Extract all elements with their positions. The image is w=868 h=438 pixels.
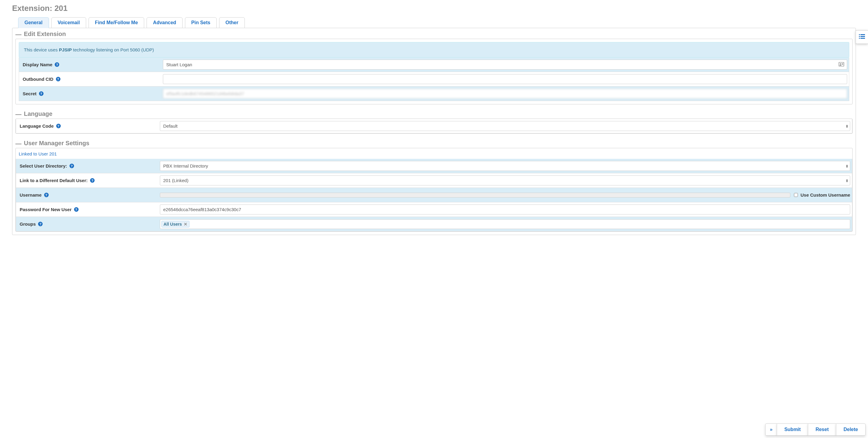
help-icon[interactable]: ? xyxy=(74,207,79,212)
page-title: Extension: 201 xyxy=(12,4,856,13)
chevron-updown-icon: ▴▾ xyxy=(846,164,848,168)
svg-rect-8 xyxy=(861,36,865,37)
tab-voicemail[interactable]: Voicemail xyxy=(51,17,87,28)
svg-rect-6 xyxy=(861,34,865,35)
contact-card-icon[interactable] xyxy=(839,62,844,67)
help-icon[interactable]: ? xyxy=(38,222,42,226)
outbound-cid-input[interactable] xyxy=(163,74,847,84)
tab-content-general: — Edit Extension This device uses PJSIP … xyxy=(12,28,856,235)
side-list-toggle[interactable] xyxy=(856,30,868,44)
language-code-label: Language Code xyxy=(20,123,54,128)
tab-bar: General Voicemail Find Me/Follow Me Adva… xyxy=(18,17,856,28)
list-icon xyxy=(859,34,865,39)
language-panel: Language Code ? Default ▴▾ xyxy=(16,119,852,134)
groups-label: Groups xyxy=(20,222,36,227)
chevron-updown-icon: ▴▾ xyxy=(846,124,848,128)
section-title: User Manager Settings xyxy=(24,140,89,147)
link-user-select[interactable]: 201 (Linked) ▴▾ xyxy=(160,175,850,185)
username-label: Username xyxy=(20,193,42,198)
tab-other[interactable]: Other xyxy=(219,17,245,28)
tab-pinsets[interactable]: Pin Sets xyxy=(185,17,217,28)
secret-input[interactable]: ef9a4fc1dedb6745486521d4beb8da37 xyxy=(163,89,847,98)
svg-rect-4 xyxy=(840,65,841,66)
svg-rect-9 xyxy=(859,38,860,39)
tab-advanced[interactable]: Advanced xyxy=(147,17,182,28)
password-input[interactable] xyxy=(160,204,850,214)
username-input xyxy=(160,193,790,198)
tab-general[interactable]: General xyxy=(18,17,49,28)
svg-rect-5 xyxy=(859,34,860,35)
group-tag: All Users ✕ xyxy=(161,221,189,228)
section-user-manager[interactable]: — User Manager Settings xyxy=(16,140,852,147)
edit-extension-panel: This device uses PJSIP technology listen… xyxy=(16,39,852,104)
display-name-label: Display Name xyxy=(23,62,52,67)
collapse-icon: — xyxy=(16,31,22,37)
use-custom-username-checkbox[interactable] xyxy=(794,193,798,197)
help-icon[interactable]: ? xyxy=(44,193,49,197)
language-code-select[interactable]: Default ▴▾ xyxy=(160,121,850,131)
link-user-label: Link to a Different Default User: xyxy=(20,178,88,183)
help-icon[interactable]: ? xyxy=(69,164,74,168)
remove-tag-icon[interactable]: ✕ xyxy=(184,222,187,227)
help-icon[interactable]: ? xyxy=(56,77,60,81)
svg-point-1 xyxy=(840,63,841,64)
section-language[interactable]: — Language xyxy=(16,110,852,117)
svg-rect-7 xyxy=(859,36,860,37)
help-icon[interactable]: ? xyxy=(56,124,61,128)
pjsip-info: This device uses PJSIP technology listen… xyxy=(19,42,849,57)
outbound-cid-label: Outbound CID xyxy=(23,77,54,82)
secret-label: Secret xyxy=(23,91,37,96)
user-manager-panel: Linked to User 201 Select User Directory… xyxy=(16,148,852,232)
svg-rect-3 xyxy=(842,64,843,65)
password-label: Password For New User xyxy=(20,207,72,212)
display-name-input[interactable] xyxy=(163,60,847,69)
svg-rect-2 xyxy=(842,63,843,64)
collapse-icon: — xyxy=(16,111,22,117)
help-icon[interactable]: ? xyxy=(39,91,43,96)
collapse-icon: — xyxy=(16,140,22,146)
help-icon[interactable]: ? xyxy=(90,178,95,183)
tab-findme[interactable]: Find Me/Follow Me xyxy=(89,17,144,28)
user-directory-label: Select User Directory: xyxy=(20,163,67,169)
help-icon[interactable]: ? xyxy=(55,62,59,67)
svg-rect-10 xyxy=(861,38,865,39)
chevron-updown-icon: ▴▾ xyxy=(846,179,848,182)
groups-multiselect[interactable]: All Users ✕ xyxy=(160,219,850,229)
section-title: Edit Extension xyxy=(24,31,66,37)
user-directory-select[interactable]: PBX Internal Directory ▴▾ xyxy=(160,161,850,171)
use-custom-username-toggle[interactable]: Use Custom Username xyxy=(793,192,850,198)
linked-user-title[interactable]: Linked to User 201 xyxy=(16,148,852,159)
section-edit-extension[interactable]: — Edit Extension xyxy=(16,31,852,37)
section-title: Language xyxy=(24,110,52,117)
